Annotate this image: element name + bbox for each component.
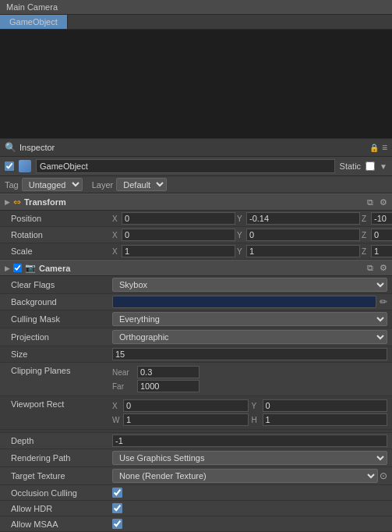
static-checkbox[interactable] (366, 161, 375, 171)
static-label: Static (340, 161, 362, 171)
window-title: Main Camera (6, 2, 58, 12)
viewport-h-input[interactable] (263, 413, 388, 426)
culling-mask-dropdown[interactable]: Everything (112, 312, 387, 326)
target-texture-dropdown[interactable]: None (Render Texture) (112, 469, 378, 483)
background-row: Background ✏ (0, 294, 392, 310)
scale-row: Scale X Y Z (0, 243, 392, 260)
layer-dropdown[interactable]: Default (116, 178, 167, 191)
pos-x-label: X (112, 215, 120, 223)
scale-z-input[interactable] (371, 245, 392, 257)
occlusion-culling-checkbox[interactable] (112, 488, 122, 498)
transform-title: Transform (24, 197, 66, 207)
allow-msaa-label: Allow MSAA (11, 520, 112, 529)
rotation-x-input[interactable] (122, 229, 235, 241)
tag-layer-row: Tag Untagged Layer Default (0, 176, 392, 193)
lock-icon[interactable]: 🔒 (369, 144, 379, 152)
transform-icon: ⇔ (13, 197, 21, 207)
camera-title: Camera (39, 264, 70, 273)
projection-dropdown[interactable]: Orthographic (112, 330, 387, 344)
camera-icon: 📷 (25, 263, 36, 273)
gameobject-row: Static ▼ (0, 157, 392, 176)
viewport-x-input[interactable] (123, 399, 249, 412)
transform-toggle[interactable]: ▶ (5, 198, 10, 206)
vp-w-label: W (112, 416, 122, 424)
rotation-y-input[interactable] (246, 229, 360, 241)
background-color-swatch[interactable] (112, 296, 376, 308)
layer-label: Layer (92, 180, 114, 190)
rendering-path-dropdown[interactable]: Use Graphics Settings (112, 451, 387, 465)
size-input[interactable] (112, 348, 387, 360)
scale-label: Scale (11, 246, 112, 256)
clear-flags-label: Clear Flags (11, 280, 112, 289)
scale-z-label: Z (362, 247, 369, 256)
size-row: Size (0, 346, 392, 363)
culling-mask-row: Culling Mask Everything (0, 310, 392, 328)
static-dropdown-arrow[interactable]: ▼ (380, 162, 387, 171)
scale-y-input[interactable] (246, 245, 360, 257)
position-z-input[interactable] (371, 212, 392, 225)
viewport-rect-row: Viewport Rect X Y W H (0, 396, 392, 430)
rendering-path-row: Rendering Path Use Graphics Settings (0, 449, 392, 467)
position-x-input[interactable] (122, 212, 235, 225)
allow-hdr-row: Allow HDR (0, 501, 392, 516)
title-bar: Main Camera (0, 0, 392, 15)
rotation-label: Rotation (11, 230, 112, 239)
projection-row: Projection Orthographic (0, 328, 392, 346)
viewport-w-input[interactable] (123, 413, 249, 426)
rot-y-label: Y (237, 231, 245, 239)
tab-bar: GameObject (0, 15, 392, 30)
depth-label: Depth (11, 436, 112, 445)
gameobject-active-checkbox[interactable] (5, 161, 14, 171)
pos-z-label: Z (362, 215, 369, 223)
tag-label: Tag (5, 180, 19, 190)
inspector-header: 🔍 Inspector 🔒 ≡ (0, 139, 392, 157)
camera-gear-icon[interactable]: ⚙ (380, 263, 387, 273)
inspector-menu-icon[interactable]: ≡ (382, 142, 387, 153)
camera-active-checkbox[interactable] (13, 264, 22, 272)
far-label: Far (112, 382, 134, 391)
transform-section-header: ▶ ⇔ Transform ⧉ ⚙ (0, 193, 392, 211)
inspector-label: Inspector (19, 143, 55, 152)
occlusion-culling-row: Occlusion Culling (0, 485, 392, 501)
camera-section-header: ▶ 📷 Camera ⧉ ⚙ (0, 260, 392, 276)
allow-msaa-checkbox[interactable] (112, 519, 122, 529)
target-texture-label: Target Texture (11, 471, 112, 481)
clipping-far-input[interactable] (137, 380, 200, 392)
viewport-y-input[interactable] (263, 399, 388, 412)
clipping-planes-label: Clipping Planes (11, 366, 112, 375)
clipping-near-input[interactable] (137, 366, 200, 378)
position-row: Position X Y Z (0, 211, 392, 227)
pos-y-label: Y (237, 215, 245, 223)
allow-hdr-checkbox[interactable] (112, 503, 122, 513)
paint-icon[interactable]: ✏ (380, 296, 387, 307)
scale-x-label: X (112, 247, 120, 256)
near-label: Near (112, 368, 134, 377)
culling-mask-label: Culling Mask (11, 314, 112, 324)
transform-gear-icon[interactable]: ⚙ (380, 197, 387, 207)
target-texture-pick-icon[interactable]: ⊙ (380, 470, 387, 481)
rotation-z-input[interactable] (371, 229, 392, 241)
position-y-input[interactable] (246, 212, 360, 225)
camera-toggle[interactable]: ▶ (5, 264, 10, 272)
viewport-rect-label: Viewport Rect (11, 399, 112, 409)
tag-dropdown[interactable]: Untagged (22, 178, 83, 191)
rendering-path-label: Rendering Path (11, 453, 112, 463)
gameobject-cube-icon (19, 160, 31, 172)
allow-msaa-row: Allow MSAA (0, 516, 392, 532)
clear-flags-row: Clear Flags Skybox (0, 276, 392, 294)
vp-h-label: H (252, 416, 261, 424)
tab-gameobject[interactable]: GameObject (0, 15, 68, 29)
transform-copy-icon[interactable]: ⧉ (367, 197, 373, 207)
rotation-row: Rotation X Y Z (0, 227, 392, 243)
vp-y-label: Y (252, 402, 261, 410)
position-label: Position (11, 214, 112, 223)
scale-x-input[interactable] (122, 245, 235, 257)
allow-hdr-label: Allow HDR (11, 504, 112, 513)
depth-input[interactable] (112, 434, 387, 447)
clear-flags-dropdown[interactable]: Skybox (112, 278, 387, 292)
camera-copy-icon[interactable]: ⧉ (367, 263, 373, 273)
clipping-planes-row: Clipping Planes Near Far (0, 363, 392, 396)
gameobject-name-input[interactable] (36, 159, 335, 173)
projection-label: Projection (11, 332, 112, 342)
scale-y-label: Y (237, 247, 245, 256)
